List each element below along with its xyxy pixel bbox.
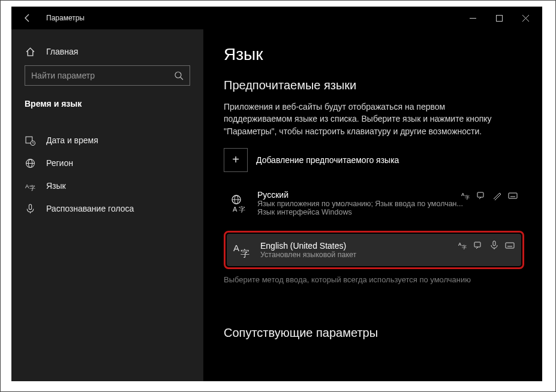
- language-subtitle: Язык приложения по умолчанию; Язык ввода…: [257, 200, 494, 208]
- section-title: Предпочитаемые языки: [224, 79, 524, 92]
- language-item-english-highlight: A 字 English (United States) Установлен я…: [224, 231, 524, 269]
- home-icon: [25, 46, 35, 57]
- language-char-icon: A 字: [232, 240, 252, 260]
- sidebar-item-label: Язык: [46, 181, 66, 191]
- language-icon: A字: [25, 180, 35, 191]
- language-globe-icon: A 字: [229, 193, 249, 213]
- sidebar-home[interactable]: Главная: [11, 40, 203, 63]
- svg-point-2: [175, 72, 181, 78]
- svg-rect-19: [477, 192, 483, 197]
- globe-icon: [25, 158, 35, 168]
- svg-text:字: 字: [239, 206, 245, 213]
- close-button[interactable]: [512, 9, 539, 27]
- text-to-speech-icon: [473, 240, 484, 251]
- sidebar-item-language[interactable]: A字 Язык: [11, 174, 203, 197]
- svg-rect-20: [509, 193, 517, 198]
- sidebar-item-label: Распознавание голоса: [46, 204, 134, 213]
- svg-rect-1: [496, 15, 502, 21]
- back-button[interactable]: [20, 10, 35, 26]
- svg-rect-27: [493, 241, 495, 246]
- sidebar-item-label: Дата и время: [46, 135, 98, 145]
- svg-text:字: 字: [465, 195, 470, 200]
- page-title: Язык: [224, 45, 524, 64]
- window-title: Параметры: [46, 14, 459, 22]
- main-content: Язык Предпочитаемые языки Приложения и в…: [203, 29, 542, 381]
- display-language-icon: A字: [458, 240, 468, 251]
- sidebar-item-date-time[interactable]: Дата и время: [11, 129, 203, 152]
- svg-text:字: 字: [241, 248, 250, 258]
- sidebar-item-region[interactable]: Регион: [11, 152, 203, 174]
- section-description: Приложения и веб-сайты будут отображатьс…: [224, 101, 512, 137]
- maximize-button[interactable]: [486, 9, 512, 27]
- sidebar-home-label: Главная: [46, 47, 78, 56]
- minimize-button[interactable]: [459, 9, 486, 27]
- search-box[interactable]: [25, 65, 190, 86]
- sidebar: Главная Время и язык Дата и время: [11, 29, 203, 381]
- speech-recognition-icon: [489, 240, 500, 251]
- handwriting-icon: [492, 190, 503, 201]
- svg-text:A: A: [233, 206, 238, 213]
- svg-text:A: A: [233, 243, 239, 253]
- svg-line-3: [181, 77, 183, 80]
- input-method-hint[interactable]: Выберите метод ввода, который всегда исп…: [224, 275, 524, 284]
- svg-rect-11: [29, 204, 31, 210]
- text-to-speech-icon: [476, 190, 487, 201]
- svg-text:字: 字: [29, 184, 35, 191]
- svg-rect-28: [506, 243, 514, 248]
- sidebar-category: Время и язык: [11, 92, 203, 119]
- language-item-english[interactable]: A 字 English (United States) Установлен я…: [227, 234, 521, 266]
- titlebar: Параметры: [11, 7, 542, 29]
- add-language-button[interactable]: + Добавление предпочитаемого языка: [224, 148, 524, 172]
- add-language-label: Добавление предпочитаемого языка: [256, 155, 399, 165]
- calendar-clock-icon: [25, 135, 35, 146]
- keyboard-icon: [507, 190, 518, 201]
- settings-window: Параметры Главная: [11, 7, 542, 381]
- svg-text:字: 字: [462, 245, 467, 250]
- language-subtitle: Установлен языковой пакет: [260, 251, 497, 259]
- display-language-icon: A字: [461, 190, 471, 201]
- language-subtitle-2: Язык интерфейса Windows: [257, 208, 517, 216]
- language-item-russian[interactable]: A 字 Русский Язык приложения по умолчанию…: [224, 184, 524, 222]
- microphone-icon: [25, 203, 35, 214]
- search-input[interactable]: [31, 71, 169, 80]
- related-section-title: Сопутствующие параметры: [224, 326, 524, 340]
- keyboard-icon: [504, 240, 515, 251]
- sidebar-item-speech[interactable]: Распознавание голоса: [11, 197, 203, 220]
- sidebar-item-label: Регион: [46, 158, 73, 168]
- search-icon: [174, 71, 184, 80]
- svg-rect-26: [474, 242, 480, 247]
- svg-text:A: A: [25, 182, 29, 189]
- plus-icon: +: [224, 148, 248, 172]
